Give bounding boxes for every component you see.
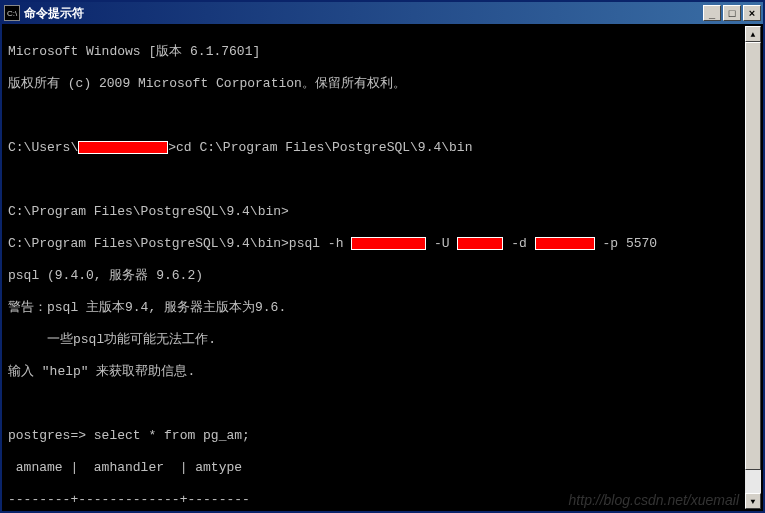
window-title: 命令提示符 <box>24 5 84 22</box>
prompt-line: C:\Program Files\PostgreSQL\9.4\bin>psql… <box>8 236 757 252</box>
sql-prompt-line: postgres=> select * from pg_am; <box>8 428 757 444</box>
table-header: amname | amhandler | amtype <box>8 460 757 476</box>
command-text: >cd C:\Program Files\PostgreSQL\9.4\bin <box>168 140 472 155</box>
maximize-button[interactable]: □ <box>723 5 741 21</box>
redacted-db <box>535 237 595 250</box>
close-button[interactable]: × <box>743 5 761 21</box>
redacted-host <box>351 237 426 250</box>
command-text: C:\Program Files\PostgreSQL\9.4\bin>psql… <box>8 236 351 251</box>
redacted-username <box>78 141 168 154</box>
vertical-scrollbar[interactable]: ▲ ▼ <box>745 26 761 509</box>
output-line: 版权所有 (c) 2009 Microsoft Corporation。保留所有… <box>8 76 757 92</box>
blank-line <box>8 108 757 124</box>
scroll-down-button[interactable]: ▼ <box>745 493 761 509</box>
cmd-icon: C:\ <box>4 5 20 21</box>
scroll-track[interactable] <box>745 42 761 493</box>
titlebar[interactable]: C:\ 命令提示符 _ □ × <box>2 2 763 24</box>
prompt-line: C:\Users\>cd C:\Program Files\PostgreSQL… <box>8 140 757 156</box>
blank-line <box>8 172 757 188</box>
path-text: C:\Users\ <box>8 140 78 155</box>
output-line: 警告：psql 主版本9.4, 服务器主版本为9.6. <box>8 300 757 316</box>
output-line: 输入 "help" 来获取帮助信息. <box>8 364 757 380</box>
terminal-output[interactable]: Microsoft Windows [版本 6.1.7601] 版权所有 (c)… <box>2 24 763 511</box>
redacted-user <box>457 237 503 250</box>
watermark-text: http://blog.csdn.net/xuemail <box>569 492 739 508</box>
command-text: -U <box>426 236 457 251</box>
output-line: psql (9.4.0, 服务器 9.6.2) <box>8 268 757 284</box>
output-line: Microsoft Windows [版本 6.1.7601] <box>8 44 757 60</box>
command-prompt-window: C:\ 命令提示符 _ □ × Microsoft Windows [版本 6.… <box>0 0 765 513</box>
output-line: 一些psql功能可能无法工作. <box>8 332 757 348</box>
command-text: -p 5570 <box>595 236 657 251</box>
scroll-thumb[interactable] <box>745 42 761 470</box>
scroll-up-button[interactable]: ▲ <box>745 26 761 42</box>
titlebar-left: C:\ 命令提示符 <box>4 5 84 22</box>
command-text: -d <box>503 236 534 251</box>
blank-line <box>8 396 757 412</box>
minimize-button[interactable]: _ <box>703 5 721 21</box>
window-controls: _ □ × <box>703 5 761 21</box>
prompt-line: C:\Program Files\PostgreSQL\9.4\bin> <box>8 204 757 220</box>
